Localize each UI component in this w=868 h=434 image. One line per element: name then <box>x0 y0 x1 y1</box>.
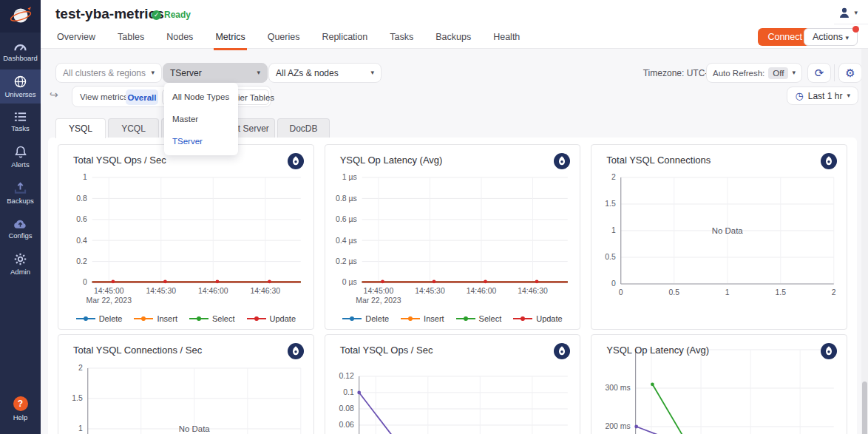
universes-globe-icon <box>14 75 27 88</box>
time-range-dropdown[interactable]: ◷ Last 1 hr ▾ <box>787 87 858 105</box>
caret-down-icon: ▾ <box>845 34 849 41</box>
yugabyte-logo-icon[interactable] <box>821 343 837 359</box>
svg-text:0.8 µs: 0.8 µs <box>336 194 357 203</box>
yugabyte-logo-icon[interactable] <box>554 343 570 359</box>
svg-text:0.5: 0.5 <box>606 253 617 261</box>
metric-tab-docdb[interactable]: DocDB <box>277 118 330 138</box>
sidebar-item-backups[interactable]: Backups <box>0 176 41 210</box>
metrics-settings-button[interactable]: ⚙ <box>838 63 862 83</box>
svg-text:0.6: 0.6 <box>76 215 87 223</box>
menu-item-tserver[interactable]: TServer <box>164 130 238 152</box>
auto-refresh-dropdown[interactable]: Auto Refresh: Off ▾ <box>706 63 802 83</box>
legend-item[interactable]: Update <box>247 314 296 323</box>
tab-overview[interactable]: Overview <box>55 29 97 50</box>
actions-button[interactable]: Actions ▾ <box>804 28 858 46</box>
refresh-button[interactable]: ⟳ <box>807 63 831 83</box>
chart-card: Total YSQL Connections 21.510.5000.511.5… <box>591 144 847 330</box>
sidebar-item-configs[interactable]: Configs <box>0 212 41 245</box>
help-icon: ? <box>13 396 28 411</box>
svg-text:14:46:30: 14:46:30 <box>251 287 281 295</box>
chart-card: YSQL Op Latency (Avg) 300 ms200 ms100 ms… <box>591 334 847 434</box>
sidebar-item-tasks[interactable]: Tasks <box>0 106 41 138</box>
caret-down-icon: ▾ <box>257 69 260 76</box>
legend-item[interactable]: Insert <box>134 314 177 323</box>
svg-text:Mar 22, 2023: Mar 22, 2023 <box>356 296 401 305</box>
svg-text:1: 1 <box>611 226 616 234</box>
legend-item[interactable]: Delete <box>76 314 123 323</box>
auto-refresh-label: Auto Refresh: <box>713 69 764 78</box>
svg-text:14:46:00: 14:46:00 <box>198 287 228 295</box>
node-type-dropdown[interactable]: TServer ▾ <box>163 63 268 83</box>
chart-plot: 21.510.5000.511.52No Data <box>591 145 847 330</box>
actions-label: Actions <box>813 32 843 42</box>
tab-backups[interactable]: Backups <box>434 29 472 50</box>
yugabyte-logo-icon[interactable] <box>821 153 837 169</box>
legend-item[interactable]: Update <box>513 314 562 323</box>
chart-title: Total YSQL Ops / Sec <box>340 345 433 356</box>
chart-legend: DeleteInsertSelectUpdate <box>325 314 580 323</box>
scrollbar-thumb[interactable] <box>862 382 867 434</box>
svg-text:No Data: No Data <box>712 226 744 235</box>
status-label: Ready <box>164 10 191 20</box>
chart-title: Total YSQL Connections <box>606 155 711 166</box>
svg-text:1.5: 1.5 <box>776 288 787 296</box>
tasks-list-icon <box>14 112 27 122</box>
svg-text:0.4 µs: 0.4 µs <box>336 237 357 245</box>
caret-down-icon: ▾ <box>792 69 796 76</box>
sidebar: Dashboard Universes Tasks Alerts <box>0 0 41 434</box>
svg-text:Mar 22, 2023: Mar 22, 2023 <box>87 296 132 305</box>
tab-queries[interactable]: Queries <box>266 29 302 50</box>
user-menu[interactable]: ▾ <box>838 7 858 18</box>
tab-health[interactable]: Health <box>492 29 521 50</box>
legend-item[interactable]: Select <box>456 314 502 323</box>
chart-title: Total YSQL Ops / Sec <box>73 155 166 166</box>
dashboard-gauge-icon <box>13 41 27 52</box>
menu-item-master[interactable]: Master <box>164 108 238 130</box>
view-metrics-option-overall[interactable]: Overall <box>126 89 158 105</box>
sidebar-item-universes[interactable]: Universes <box>0 69 41 104</box>
tab-tables[interactable]: Tables <box>116 29 146 50</box>
tab-replication[interactable]: Replication <box>320 29 369 50</box>
sidebar-item-help[interactable]: ? Help <box>0 390 41 427</box>
time-range-value: Last 1 hr <box>808 91 843 101</box>
svg-text:14:45:30: 14:45:30 <box>146 287 176 295</box>
yugabyte-app-logo[interactable] <box>0 0 41 33</box>
svg-text:0.08: 0.08 <box>339 404 353 413</box>
universe-nav-tabs: Overview Tables Nodes Metrics Queries Re… <box>55 29 521 50</box>
refresh-icon: ⟳ <box>815 67 824 80</box>
azs-nodes-dropdown[interactable]: All AZs & nodes ▾ <box>268 63 382 83</box>
legend-item[interactable]: Insert <box>401 314 444 323</box>
sidebar-item-dashboard[interactable]: Dashboard <box>0 35 41 67</box>
caret-down-icon: ▾ <box>854 10 858 16</box>
legend-item[interactable]: Select <box>189 314 235 323</box>
tab-tasks[interactable]: Tasks <box>388 29 415 50</box>
legend-item[interactable]: Delete <box>342 314 389 323</box>
clusters-regions-dropdown[interactable]: All clusters & regions ▾ <box>55 63 162 83</box>
backups-upload-icon <box>14 182 27 194</box>
yugabyte-logo-icon[interactable] <box>288 153 304 169</box>
chart-title: Total YSQL Connections / Sec <box>73 345 202 356</box>
sidebar-item-admin[interactable]: Admin <box>0 247 41 281</box>
metric-tab-ysql[interactable]: YSQL <box>55 118 106 138</box>
menu-item-all-node-types[interactable]: All Node Types <box>164 86 238 108</box>
universe-title: test-yba-metrics <box>55 6 164 22</box>
svg-text:0.2 µs: 0.2 µs <box>336 257 357 265</box>
yugabyte-logo-icon[interactable] <box>554 153 570 169</box>
yugabyte-logo-icon[interactable] <box>288 343 304 359</box>
scrollbar[interactable] <box>861 49 868 434</box>
chart-plot: 10.80.60.40.2014:45:00Mar 22, 202314:45:… <box>58 145 313 330</box>
sidebar-item-alerts[interactable]: Alerts <box>0 140 41 174</box>
svg-text:0.4: 0.4 <box>76 237 87 245</box>
svg-text:0: 0 <box>619 288 623 296</box>
svg-text:2: 2 <box>832 288 836 296</box>
metric-tab-ycql[interactable]: YCQL <box>108 118 159 138</box>
tab-metrics[interactable]: Metrics <box>214 29 246 50</box>
svg-text:0: 0 <box>611 279 616 288</box>
svg-text:0.1: 0.1 <box>343 388 354 396</box>
svg-text:1.5: 1.5 <box>72 394 83 402</box>
chart-title: YSQL Op Latency (Avg) <box>606 345 709 356</box>
chart-card: YSQL Op Latency (Avg) 1 µs0.8 µs0.6 µs0.… <box>325 144 581 330</box>
caret-down-icon: ▾ <box>151 69 155 76</box>
azs-nodes-value: All AZs & nodes <box>276 68 339 78</box>
tab-nodes[interactable]: Nodes <box>165 29 194 50</box>
